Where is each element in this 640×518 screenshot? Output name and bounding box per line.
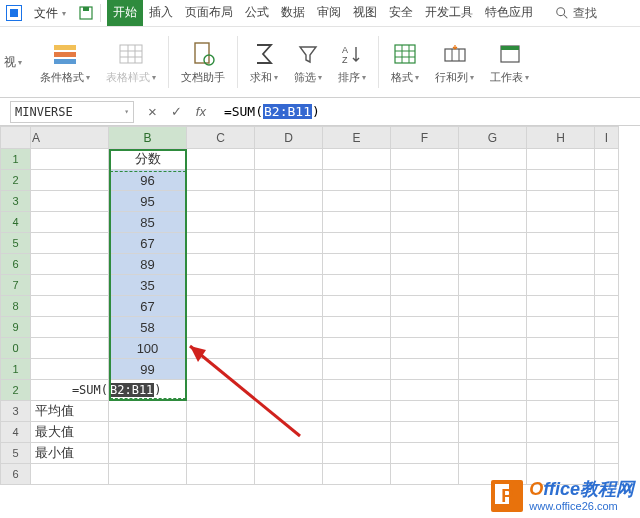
- cell[interactable]: [391, 149, 459, 170]
- cell[interactable]: 67: [109, 296, 187, 317]
- cell[interactable]: [459, 212, 527, 233]
- row-header[interactable]: 2: [1, 380, 31, 401]
- col-header[interactable]: F: [391, 127, 459, 149]
- cell[interactable]: [323, 380, 391, 401]
- cell[interactable]: [255, 443, 323, 464]
- row-header[interactable]: 0: [1, 338, 31, 359]
- cell[interactable]: [323, 170, 391, 191]
- fx-icon[interactable]: fx: [196, 104, 206, 119]
- cell[interactable]: [255, 338, 323, 359]
- cell[interactable]: [391, 296, 459, 317]
- col-header[interactable]: C: [187, 127, 255, 149]
- cell[interactable]: [255, 254, 323, 275]
- cell[interactable]: [323, 149, 391, 170]
- select-all-corner[interactable]: [1, 127, 31, 149]
- cell[interactable]: [391, 443, 459, 464]
- cell[interactable]: [527, 254, 595, 275]
- cell[interactable]: [595, 443, 619, 464]
- cell[interactable]: [391, 380, 459, 401]
- cell[interactable]: 35: [109, 275, 187, 296]
- cell[interactable]: [323, 275, 391, 296]
- cell[interactable]: [109, 443, 187, 464]
- cell[interactable]: [255, 149, 323, 170]
- formula-input[interactable]: =SUM(B2:B11): [220, 104, 640, 119]
- cell[interactable]: [187, 254, 255, 275]
- cell[interactable]: 85: [109, 212, 187, 233]
- file-menu[interactable]: 文件 ▾: [28, 3, 72, 24]
- row-header[interactable]: 6: [1, 254, 31, 275]
- col-header[interactable]: I: [595, 127, 619, 149]
- tab-review[interactable]: 审阅: [311, 0, 347, 26]
- cell[interactable]: 100: [109, 338, 187, 359]
- cell[interactable]: [459, 338, 527, 359]
- cell[interactable]: [595, 275, 619, 296]
- cell[interactable]: [323, 443, 391, 464]
- cell[interactable]: [323, 338, 391, 359]
- cell[interactable]: [527, 170, 595, 191]
- cell[interactable]: [391, 191, 459, 212]
- row-header[interactable]: 2: [1, 170, 31, 191]
- cell[interactable]: [187, 401, 255, 422]
- row-header[interactable]: 3: [1, 401, 31, 422]
- col-header[interactable]: E: [323, 127, 391, 149]
- rowcol-button[interactable]: 行和列▾: [431, 38, 478, 87]
- tab-developer[interactable]: 开发工具: [419, 0, 479, 26]
- cell[interactable]: [255, 359, 323, 380]
- cell[interactable]: [323, 464, 391, 485]
- row-header[interactable]: 1: [1, 359, 31, 380]
- cell[interactable]: [31, 464, 109, 485]
- cell[interactable]: [595, 254, 619, 275]
- cell[interactable]: [391, 275, 459, 296]
- cell[interactable]: 分数: [109, 149, 187, 170]
- cell-formula[interactable]: B2:B11): [109, 380, 187, 401]
- cell[interactable]: 67: [109, 233, 187, 254]
- cell[interactable]: [255, 212, 323, 233]
- name-box[interactable]: MINVERSE ▾: [10, 101, 134, 123]
- cell[interactable]: [31, 212, 109, 233]
- cell[interactable]: [527, 359, 595, 380]
- cell[interactable]: [391, 170, 459, 191]
- cell[interactable]: [527, 401, 595, 422]
- cell[interactable]: [459, 422, 527, 443]
- cell[interactable]: [109, 422, 187, 443]
- cell[interactable]: [459, 170, 527, 191]
- cell[interactable]: [391, 233, 459, 254]
- cell[interactable]: 95: [109, 191, 187, 212]
- cell[interactable]: [187, 464, 255, 485]
- cell[interactable]: [459, 443, 527, 464]
- cell-formula[interactable]: =SUM(: [31, 380, 109, 401]
- cell[interactable]: [595, 359, 619, 380]
- cell[interactable]: [527, 212, 595, 233]
- cell[interactable]: [109, 401, 187, 422]
- cell[interactable]: [187, 359, 255, 380]
- col-header[interactable]: B: [109, 127, 187, 149]
- cell[interactable]: [459, 233, 527, 254]
- cell[interactable]: [459, 401, 527, 422]
- cell[interactable]: [391, 464, 459, 485]
- cell[interactable]: 平均值: [31, 401, 109, 422]
- cell[interactable]: [527, 191, 595, 212]
- cell[interactable]: [391, 254, 459, 275]
- row-header[interactable]: 8: [1, 296, 31, 317]
- cell[interactable]: [31, 338, 109, 359]
- cell[interactable]: [391, 359, 459, 380]
- cell[interactable]: [255, 317, 323, 338]
- cell[interactable]: [391, 212, 459, 233]
- row-header[interactable]: 5: [1, 443, 31, 464]
- cell[interactable]: [459, 254, 527, 275]
- sum-button[interactable]: 求和▾: [246, 38, 282, 87]
- cell[interactable]: [323, 359, 391, 380]
- cell[interactable]: [187, 296, 255, 317]
- sheet-button[interactable]: 工作表▾: [486, 38, 533, 87]
- cell[interactable]: [31, 359, 109, 380]
- tab-formulas[interactable]: 公式: [239, 0, 275, 26]
- row-header[interactable]: 3: [1, 191, 31, 212]
- cell[interactable]: [31, 275, 109, 296]
- cell[interactable]: [595, 380, 619, 401]
- cell[interactable]: [187, 149, 255, 170]
- cell[interactable]: [187, 212, 255, 233]
- col-header[interactable]: A: [31, 127, 109, 149]
- cell[interactable]: [31, 317, 109, 338]
- cell[interactable]: [255, 464, 323, 485]
- cell[interactable]: [527, 443, 595, 464]
